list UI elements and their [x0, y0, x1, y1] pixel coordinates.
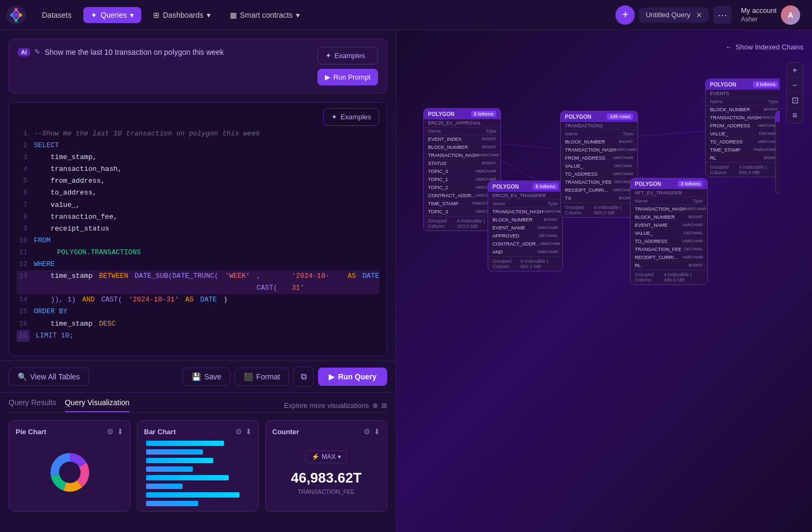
- lightning-icon: ⚡: [311, 453, 320, 461]
- account-label: My account: [741, 6, 777, 16]
- bar-row-4: [146, 466, 250, 472]
- bar-settings-icon[interactable]: ⚙: [235, 427, 242, 436]
- format-button[interactable]: ⬛ Format: [235, 368, 289, 386]
- explore-more-button[interactable]: Explore more visualizations ⊕ ⊞: [284, 401, 387, 409]
- pie-settings-icon[interactable]: ⚙: [107, 427, 114, 436]
- svg-point-2: [15, 8, 18, 11]
- code-line-8: 8 transaction_fee,: [17, 211, 379, 223]
- code-line-17: 16 LIMIT 10;: [17, 330, 379, 342]
- sparkle-icon-2: ✦: [331, 113, 337, 121]
- arrow-left-icon: ←: [726, 43, 733, 51]
- ai-examples-button[interactable]: ✦ Examples: [317, 47, 378, 64]
- bottom-tabs: Query Results Query Visualization Explor…: [9, 393, 387, 413]
- bar-export-icon[interactable]: ⬇: [245, 427, 252, 436]
- counter-chevron-icon: ▾: [338, 453, 341, 461]
- smart-contracts-icon: ▦: [230, 11, 237, 19]
- left-panel: AI ✎ Show me the last 10 transaction on …: [0, 30, 396, 532]
- pie-chart-title: Pie Chart: [16, 428, 46, 436]
- run-icon: ▶: [329, 372, 335, 381]
- ai-badge: AI: [18, 48, 30, 56]
- dashboards-chevron-icon: ▾: [207, 11, 211, 19]
- schema-card-nft-transfer: POLYGON 3 tokens NFT_EV_TRANSFER NameTyp…: [630, 178, 708, 285]
- bar-row-2: [146, 449, 250, 455]
- tab-query-visualization[interactable]: Query Visualization: [65, 398, 129, 412]
- code-line-3: 3 time_stamp,: [17, 152, 379, 163]
- sparkle-icon: ✦: [325, 52, 331, 60]
- schema-card-erc20-transfer: POLYGON 5 tokens ERC20_EV_TRANSFER NameT…: [488, 181, 563, 271]
- counter-field-label: TRANSACTION_FEE: [298, 488, 354, 495]
- dashboards-icon: ⊞: [153, 11, 160, 19]
- bar-chart-container: [144, 440, 252, 507]
- copy-button[interactable]: ⧉: [293, 366, 314, 387]
- bar-row-1: [146, 440, 250, 447]
- bar-chart-title: Bar Chart: [144, 428, 176, 436]
- zoom-in-button[interactable]: +: [787, 63, 803, 78]
- code-editor[interactable]: ✦ Examples 1 --Show me the last 10 trans…: [9, 102, 387, 356]
- queries-chevron-icon: ▾: [130, 11, 134, 19]
- zoom-out-button[interactable]: −: [787, 78, 803, 93]
- run-prompt-button[interactable]: ▶ Run Prompt: [317, 69, 378, 85]
- show-indexed-chains[interactable]: ← Show Indexed Chains: [726, 43, 803, 51]
- counter-title: Counter: [272, 428, 299, 436]
- code-content[interactable]: 1 --Show me the last 10 transaction on p…: [9, 126, 387, 356]
- counter-container: ⚡ MAX ▾ 46,983.62T TRANSACTION_FEE: [291, 450, 362, 495]
- schema-card-events: POLYGON 3 tokens EVENTS NameType BLOCK_N…: [705, 78, 780, 177]
- new-tab-button[interactable]: +: [615, 5, 635, 25]
- code-line-11: 11 POLYGON.TRANSACTIONS: [17, 247, 379, 258]
- dashboards-nav-btn[interactable]: ⊞ Dashboards ▾: [146, 7, 218, 23]
- view-all-tables-button[interactable]: 🔍 View All Tables: [9, 368, 89, 386]
- account-name: Asher: [741, 16, 777, 23]
- pie-export-icon[interactable]: ⬇: [117, 427, 124, 436]
- more-options-button[interactable]: ⋯: [713, 6, 731, 24]
- zoom-fit-button[interactable]: ⊡: [787, 93, 803, 108]
- main-layout: AI ✎ Show me the last 10 transaction on …: [0, 30, 812, 532]
- bar-row-3: [146, 457, 250, 464]
- pie-chart-card: Pie Chart ⚙ ⬇: [9, 420, 130, 512]
- editor-examples-button[interactable]: ✦ Examples: [323, 108, 379, 126]
- active-tab: Untitled Query ✕: [639, 8, 708, 23]
- code-line-2: 2 SELECT: [17, 140, 379, 152]
- save-button[interactable]: 💾 Save: [183, 368, 230, 386]
- svg-point-5: [15, 19, 18, 22]
- code-line-14: 14 )), 1) AND CAST('2024-10-31' AS DATE): [17, 294, 379, 306]
- editor-toolbar: 🔍 View All Tables 💾 Save ⬛ Format ⧉ ▶ Ru…: [0, 361, 396, 392]
- code-line-7: 7 value_,: [17, 199, 379, 211]
- counter-settings-icon[interactable]: ⚙: [364, 427, 371, 436]
- smart-contracts-chevron-icon: ▾: [296, 11, 300, 19]
- datasets-nav-btn[interactable]: Datasets: [34, 7, 79, 23]
- smart-contracts-nav-btn[interactable]: ▦ Smart contracts ▾: [222, 7, 307, 23]
- play-icon: ▶: [325, 73, 330, 81]
- tab-close-button[interactable]: ✕: [696, 11, 702, 19]
- ai-prompt-edit-icon: ✎: [34, 48, 40, 56]
- code-line-15: 15 ORDER BY: [17, 306, 379, 318]
- top-nav: Datasets ✦ Queries ▾ ⊞ Dashboards ▾ ▦ Sm…: [0, 0, 812, 30]
- save-icon: 💾: [192, 372, 201, 381]
- search-icon: 🔍: [18, 372, 27, 381]
- account-area[interactable]: My account Asher A: [736, 3, 806, 27]
- code-line-16: 16 time_stamp DESC: [17, 318, 379, 330]
- logo: [6, 5, 26, 25]
- format-icon: ⬛: [244, 372, 253, 381]
- counter-export-icon[interactable]: ⬇: [374, 427, 380, 436]
- tab-title: Untitled Query: [646, 11, 690, 19]
- explore-icon: ⊕: [372, 401, 378, 409]
- code-line-10: 10 FROM: [17, 235, 379, 247]
- svg-point-1: [14, 13, 18, 17]
- code-line-5: 5 from_address,: [17, 175, 379, 187]
- queries-nav-btn[interactable]: ✦ Queries ▾: [83, 7, 141, 23]
- schema-canvas: POLYGON 5 tokens ERC20_EV_APPROVAL NameT…: [407, 62, 780, 521]
- tab-query-results[interactable]: Query Results: [9, 398, 56, 412]
- copy-icon: ⧉: [301, 372, 307, 382]
- bar-row-7: [146, 492, 250, 498]
- schema-card-transactions: POLYGON 105 rows TRANSACTIONS NameType B…: [560, 111, 638, 218]
- code-line-9: 9 receipt_status: [17, 223, 379, 235]
- counter-value: 46,983.62T: [291, 470, 362, 486]
- visualization-cards: Pie Chart ⚙ ⬇: [9, 420, 387, 512]
- code-line-4: 4 transaction_hash,: [17, 163, 379, 175]
- counter-max-dropdown[interactable]: ⚡ MAX ▾: [306, 450, 347, 463]
- run-query-button[interactable]: ▶ Run Query: [318, 368, 387, 386]
- query-bottom: Query Results Query Visualization Explor…: [0, 392, 396, 532]
- right-panel: ← Show Indexed Chains + − ⊡ ≡ POLYGON: [396, 30, 812, 532]
- zoom-controls: + − ⊡ ≡: [786, 62, 803, 124]
- zoom-menu-button[interactable]: ≡: [787, 108, 803, 123]
